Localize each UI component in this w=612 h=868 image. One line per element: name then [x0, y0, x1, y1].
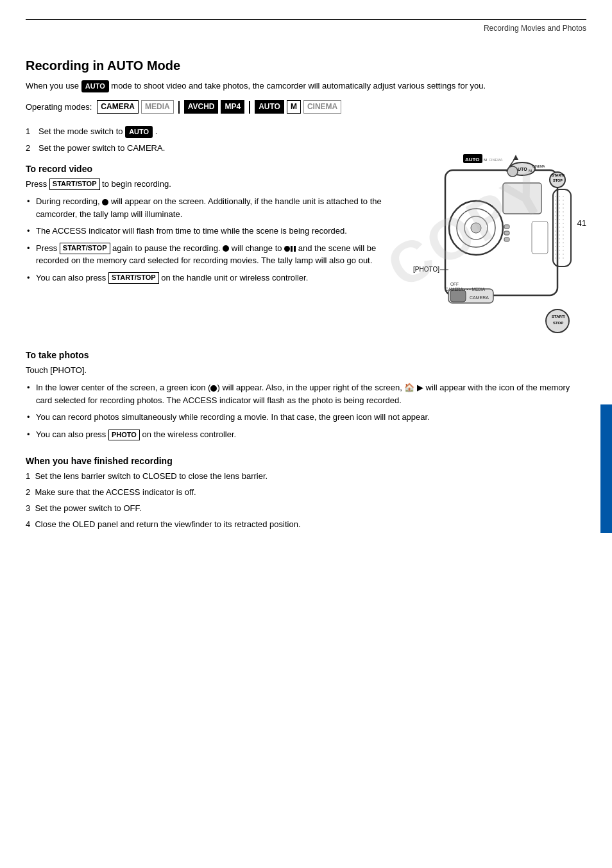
record-bullets: During recording, will appear on the scr… [26, 195, 394, 284]
operating-modes-label: Operating modes: [26, 102, 92, 112]
svg-point-5 [471, 223, 481, 233]
finish-step-4: 4 Close the OLED panel and return the vi… [26, 518, 586, 532]
svg-text:[PHOTO]: [PHOTO] [413, 266, 439, 273]
left-column: 1 Set the mode switch to AUTO . 2 Set th… [26, 125, 394, 337]
finish-steps: 1 Set the lens barrier switch to CLOSED … [26, 470, 586, 531]
record-bullet-3: Press START/STOP again to pause the reco… [26, 242, 394, 267]
photo-bullet-2: You can record photos simultaneously whi… [26, 411, 586, 424]
two-col-layout: 1 Set the mode switch to AUTO . 2 Set th… [26, 125, 586, 337]
finish-step-3: 3 Set the power switch to OFF. [26, 502, 586, 516]
step-1: 1 Set the mode switch to AUTO . [26, 125, 394, 138]
finish-step-1: 1 Set the lens barrier switch to CLOSED … [26, 470, 586, 483]
touch-instruction: Touch [PHOTO]. [26, 364, 586, 377]
svg-text:STOP: STOP [553, 178, 563, 182]
mode-sep-2 [249, 101, 250, 114]
camera-svg: AUTO M CINEMA START/ STOP [407, 132, 580, 343]
mode-camera: CAMERA [97, 100, 139, 114]
svg-text:CAMERA: CAMERA [470, 295, 489, 300]
record-instruction: Press START/STOP to begin recording. [26, 178, 394, 191]
record-video-heading: To record video [26, 164, 394, 174]
mode-cinema: CINEMA [303, 100, 341, 114]
svg-rect-18 [504, 238, 509, 241]
svg-text:STOP: STOP [553, 321, 563, 325]
circle-icon [102, 199, 108, 205]
svg-text:AUTO: AUTO [465, 157, 480, 162]
circle-pause [284, 246, 296, 252]
photo-bullet-1: In the lower center of the screen, a gre… [26, 381, 586, 406]
green-circle [210, 385, 217, 392]
sidebar-accent-bar [600, 404, 612, 533]
auto-mode-badge: AUTO [81, 80, 109, 92]
record-bullet-1: During recording, will appear on the scr… [26, 195, 394, 220]
start-stop-badge-2: START/STOP [60, 243, 110, 254]
svg-rect-33 [532, 221, 548, 254]
main-steps: 1 Set the mode switch to AUTO . 2 Set th… [26, 125, 394, 155]
auto-inline-badge: AUTO [125, 126, 153, 138]
finish-step-2: 2 Make sure that the ACCESS indicator is… [26, 486, 586, 499]
svg-text:M: M [529, 169, 532, 173]
page-header: Recording Movies and Photos [0, 20, 612, 33]
svg-text:CAMERA • • • MEDIA: CAMERA • • • MEDIA [445, 287, 486, 291]
take-photos-bullets: In the lower center of the screen, a gre… [26, 381, 586, 440]
camera-diagram: COPY [407, 132, 580, 337]
circle-icon-2 [223, 245, 229, 252]
mode-avchd: AVCHD [184, 100, 219, 114]
take-photos-heading: To take photos [26, 350, 586, 360]
record-bullet-2: The ACCESS indicator will flash from tim… [26, 225, 394, 238]
intro-text: When you use AUTO mode to shoot video an… [26, 80, 586, 92]
step-2: 2 Set the power switch to CAMERA. [26, 142, 394, 155]
photo-bullet-3: You can also press PHOTO on the wireless… [26, 428, 586, 441]
svg-rect-6 [503, 183, 541, 214]
right-column: COPY [407, 125, 586, 337]
mode-media: MEDIA [141, 100, 174, 114]
main-content: Recording in AUTO Mode When you use AUTO… [0, 33, 612, 560]
svg-text:CINEMA: CINEMA [489, 158, 503, 162]
svg-rect-17 [504, 231, 509, 235]
svg-text:M: M [484, 158, 487, 162]
svg-text:OFF: OFF [450, 282, 459, 286]
operating-modes-row: Operating modes: CAMERA MEDIA AVCHD MP4 … [26, 100, 586, 114]
start-stop-badge-1: START/STOP [49, 178, 100, 189]
mode-mp4: MP4 [221, 100, 244, 114]
svg-marker-8 [513, 155, 518, 160]
finished-section: When you have finished recording 1 Set t… [26, 456, 586, 531]
mode-sep-1 [178, 101, 180, 114]
page-container: Recording Movies and Photos Recording in… [0, 19, 612, 868]
start-stop-badge-3: START/STOP [108, 272, 159, 283]
svg-text:START/: START/ [552, 173, 565, 177]
mode-auto: AUTO [255, 100, 284, 114]
svg-rect-21 [450, 290, 466, 302]
section-title: Recording in AUTO Mode [26, 58, 586, 73]
svg-rect-16 [504, 225, 509, 229]
svg-text:CINEMA: CINEMA [532, 164, 545, 168]
finished-heading: When you have finished recording [26, 456, 586, 466]
mode-m: M [287, 100, 301, 114]
record-bullet-4: You can also press START/STOP on the han… [26, 272, 394, 284]
svg-point-19 [507, 166, 518, 177]
take-photos-section: To take photos Touch [PHOTO]. In the low… [26, 350, 586, 441]
photo-badge: PHOTO [108, 430, 140, 440]
svg-text:START/: START/ [552, 315, 566, 318]
header-title: Recording Movies and Photos [484, 24, 586, 33]
